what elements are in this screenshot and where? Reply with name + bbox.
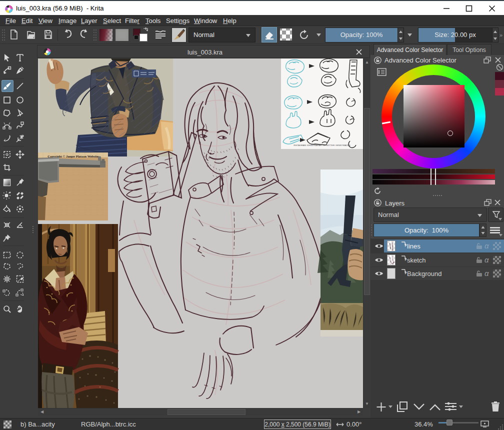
svg-text:INSTAGRAM: KENNYMAPART ● TWITT: INSTAGRAM: KENNYMAPART ● TWITTER: KENNYM… — [294, 144, 350, 146]
